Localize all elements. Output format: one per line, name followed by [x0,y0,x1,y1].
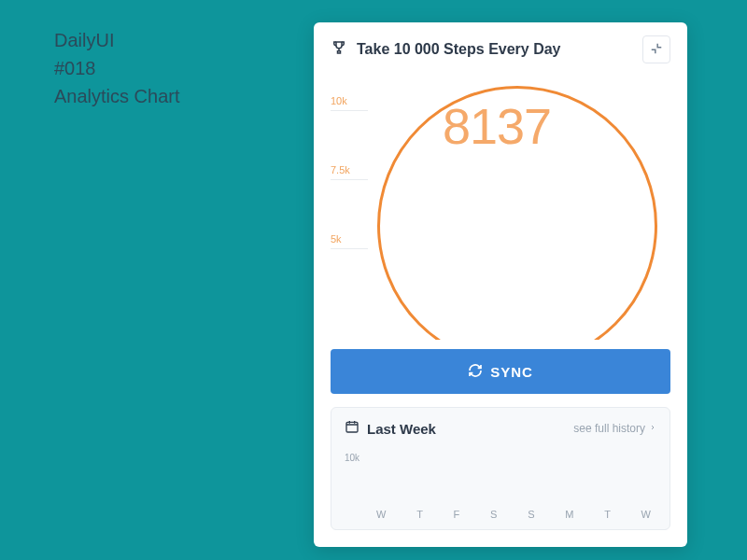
mini-chart: 10k W T F S S M T W [345,447,656,520]
mini-ytick-10k: 10k [345,453,359,463]
sync-icon [468,363,483,381]
page-label-line2: #018 [54,54,180,82]
svg-rect-0 [346,422,358,432]
main-chart: 10k 7.5k 5k 8137 [331,69,670,340]
ytick-line [331,110,368,111]
day-label: S [528,509,534,520]
collapse-icon [650,42,663,58]
card-header: Take 10 000 Steps Every Day [331,35,670,63]
day-label: W [376,509,386,520]
mini-xaxis: W T F S S M T W [371,509,656,520]
ytick-7-5k: 7.5k [331,164,350,175]
analytics-card: Take 10 000 Steps Every Day 10k 7.5k 5k … [314,22,687,547]
day-label: W [641,509,651,520]
history-link[interactable]: see full history [573,422,656,435]
steps-value: 8137 [443,97,551,155]
day-label: T [416,509,423,520]
ytick-10k: 10k [331,95,347,106]
ytick-line [331,248,368,249]
page-label-line3: Analytics Chart [54,82,180,110]
history-card: Last Week see full history 10k W T F S S… [331,407,670,530]
day-label: T [604,509,611,520]
collapse-button[interactable] [642,35,670,63]
day-label: M [565,509,573,520]
calendar-icon [345,419,359,438]
history-header: Last Week see full history [345,419,656,438]
ytick-line [331,179,368,180]
day-label: F [454,509,460,520]
sync-label: SYNC [490,364,533,380]
sync-button[interactable]: SYNC [331,349,670,394]
trophy-icon [331,39,347,60]
day-label: S [490,509,497,520]
page-label: DailyUI #018 Analytics Chart [54,26,180,110]
card-title: Take 10 000 Steps Every Day [357,41,633,58]
history-link-label: see full history [573,422,645,435]
page-label-line1: DailyUI [54,26,180,54]
chevron-right-icon [649,422,656,435]
ytick-5k: 5k [331,233,342,245]
history-title: Last Week [367,421,566,437]
